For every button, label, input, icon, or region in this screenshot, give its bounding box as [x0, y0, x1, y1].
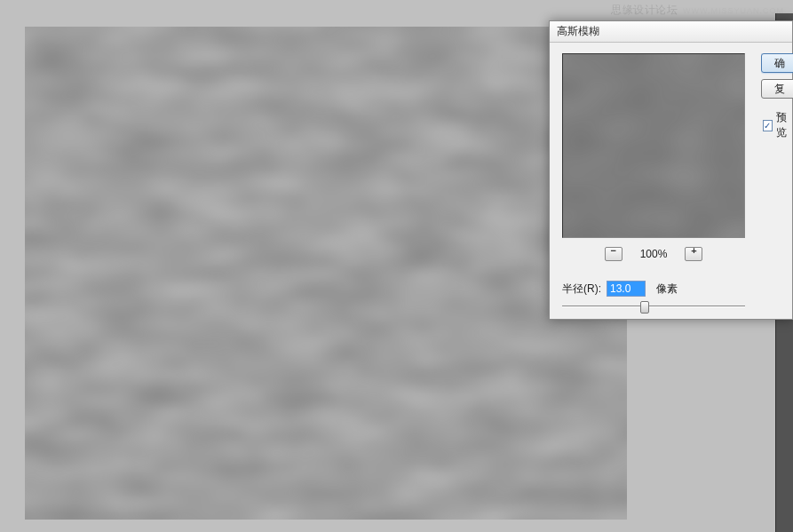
radius-slider[interactable] [562, 306, 745, 307]
watermark: 思缘设计论坛 WWW.MISSYUAN.COM [611, 3, 784, 18]
slider-thumb[interactable] [640, 301, 649, 314]
minus-icon: − [610, 245, 615, 256]
dialog-title: 高斯模糊 [557, 24, 599, 39]
svg-rect-3 [563, 54, 744, 237]
zoom-out-button[interactable]: − [605, 247, 623, 261]
watermark-title: 思缘设计论坛 [611, 3, 678, 18]
ok-button[interactable]: 确 [761, 53, 793, 73]
dialog-titlebar[interactable]: 高斯模糊 [550, 21, 792, 43]
dialog-body: − 100% + 半径(R): 像素 确 复 ✓ 预览 [550, 43, 792, 320]
svg-rect-1 [25, 27, 627, 520]
preview-label: 预览 [776, 110, 793, 140]
preview-checkbox-row[interactable]: ✓ 预览 [761, 110, 793, 140]
ok-label: 确 [774, 56, 785, 71]
blur-preview[interactable] [562, 53, 745, 238]
cancel-label: 复 [774, 82, 785, 97]
radius-label: 半径(R): [562, 282, 601, 297]
radius-input[interactable] [607, 281, 646, 297]
radius-unit: 像素 [656, 282, 678, 297]
plus-icon: + [691, 245, 696, 256]
zoom-level: 100% [640, 248, 668, 260]
preview-checkbox[interactable]: ✓ [763, 120, 773, 131]
main-canvas[interactable] [25, 27, 627, 520]
dialog-right-controls: 确 复 ✓ 预览 [761, 53, 793, 140]
gaussian-blur-dialog: 高斯模糊 [549, 20, 793, 320]
radius-row: 半径(R): 像素 [562, 281, 783, 297]
cancel-button[interactable]: 复 [761, 79, 793, 99]
zoom-controls: − 100% + [562, 247, 745, 261]
zoom-in-button[interactable]: + [685, 247, 702, 261]
watermark-url: WWW.MISSYUAN.COM [683, 6, 784, 15]
